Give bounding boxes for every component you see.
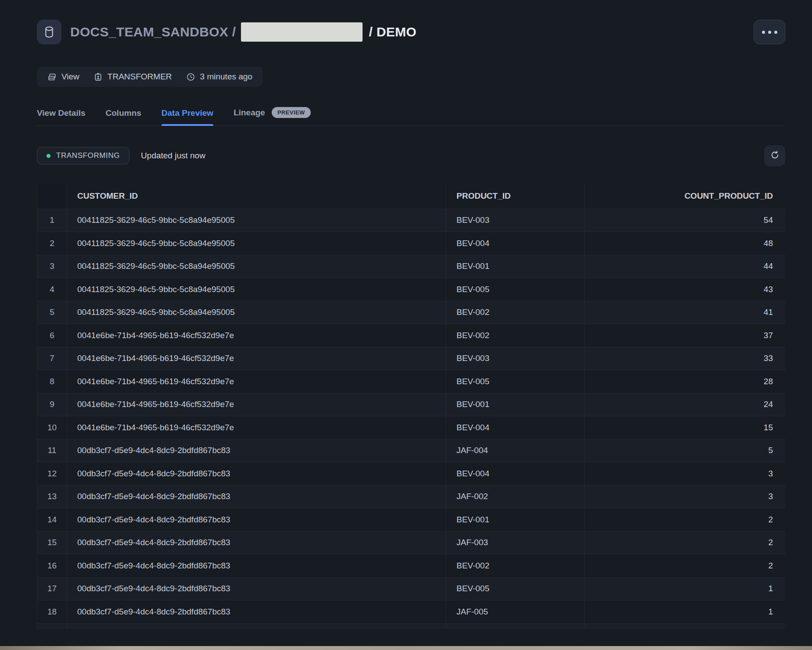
- tab-bar: View Details Columns Data Preview Lineag…: [37, 107, 785, 126]
- meta-row: View TRANSFORMER: [37, 67, 785, 87]
- row-number-cell: 6: [37, 324, 67, 347]
- title-group: DOCS_TEAM_SANDBOX / / DEMO: [37, 20, 417, 44]
- count-cell: 5: [585, 439, 786, 462]
- clock-icon: [186, 72, 195, 82]
- count-cell: 2: [585, 531, 786, 554]
- table-row-partial: 1900db3cf7-d5e9-4dc4-8dc9-2bdfd867bc83JA…: [37, 623, 786, 629]
- updated-text: Updated just now: [141, 151, 205, 161]
- row-number-cell: 5: [37, 301, 67, 324]
- column-header-rownum: [37, 183, 67, 209]
- customer-id-cell: 00db3cf7-d5e9-4dc4-8dc9-2bdfd867bc83: [67, 577, 446, 600]
- status-label: TRANSFORMING: [56, 151, 120, 160]
- row-number-cell: 11: [37, 439, 67, 462]
- count-cell: 2: [585, 554, 786, 578]
- count-cell: 24: [585, 393, 786, 416]
- customer-id-cell: 0041e6be-71b4-4965-b619-46cf532d9e7e: [67, 324, 446, 347]
- database-icon: [37, 20, 61, 44]
- row-number-cell: 14: [37, 508, 67, 532]
- refresh-button[interactable]: [764, 145, 785, 166]
- product-id-cell: BEV-004: [446, 232, 585, 255]
- product-id-cell: JAF-004: [446, 439, 585, 462]
- count-cell: 1: [585, 600, 786, 624]
- product-id-cell: JAF-001: [446, 623, 585, 629]
- customer-id-cell: 0041e6be-71b4-4965-b619-46cf532d9e7e: [67, 347, 446, 370]
- status-row: TRANSFORMING Updated just now: [37, 145, 785, 166]
- product-id-cell: JAF-003: [446, 531, 585, 554]
- product-id-cell: BEV-002: [446, 301, 585, 324]
- table-row: 200411825-3629-46c5-9bbc-5c8a94e95005BEV…: [37, 232, 786, 255]
- count-cell: 54: [585, 209, 786, 232]
- redacted-schema-name: [241, 22, 363, 42]
- customer-id-cell: 0041e6be-71b4-4965-b619-46cf532d9e7e: [67, 393, 446, 416]
- customer-id-cell: 00db3cf7-d5e9-4dc4-8dc9-2bdfd867bc83: [67, 531, 446, 554]
- tab-label: Data Preview: [162, 108, 213, 118]
- tab-data-preview[interactable]: Data Preview: [162, 108, 213, 125]
- tab-columns[interactable]: Columns: [106, 108, 141, 125]
- table-header-row: CUSTOMER_ID PRODUCT_ID COUNT_PRODUCT_ID: [37, 183, 786, 209]
- product-id-cell: BEV-005: [446, 278, 585, 301]
- breadcrumb-database: DOCS_TEAM_SANDBOX /: [70, 25, 236, 39]
- product-id-cell: BEV-001: [446, 255, 585, 278]
- object-type-badge: View: [47, 72, 79, 82]
- row-number-cell: 17: [37, 577, 67, 600]
- row-number-cell: 16: [37, 554, 67, 578]
- tab-view-details[interactable]: View Details: [37, 108, 86, 125]
- data-preview-table-container: CUSTOMER_ID PRODUCT_ID COUNT_PRODUCT_ID …: [37, 183, 785, 629]
- row-number-cell: 12: [37, 462, 67, 486]
- object-type-label: View: [61, 72, 79, 82]
- table-row: 1200db3cf7-d5e9-4dc4-8dc9-2bdfd867bc83BE…: [37, 462, 786, 486]
- count-cell: 48: [585, 232, 786, 255]
- count-cell: 37: [585, 324, 786, 347]
- table-row: 1600db3cf7-d5e9-4dc4-8dc9-2bdfd867bc83BE…: [37, 554, 786, 578]
- table-row: 90041e6be-71b4-4965-b619-46cf532d9e7eBEV…: [37, 393, 786, 416]
- product-id-cell: BEV-004: [446, 462, 585, 486]
- row-number-cell: 2: [37, 232, 67, 255]
- row-number-cell: 8: [37, 370, 67, 393]
- customer-id-cell: 00db3cf7-d5e9-4dc4-8dc9-2bdfd867bc83: [67, 623, 446, 629]
- row-number-cell: 19: [37, 623, 67, 629]
- table-row: 1400db3cf7-d5e9-4dc4-8dc9-2bdfd867bc83BE…: [37, 508, 786, 532]
- table-row: 1700db3cf7-d5e9-4dc4-8dc9-2bdfd867bc83BE…: [37, 577, 786, 600]
- ellipsis-icon: [768, 31, 771, 34]
- table-row: 80041e6be-71b4-4965-b619-46cf532d9e7eBEV…: [37, 370, 786, 393]
- table-row: 1100db3cf7-d5e9-4dc4-8dc9-2bdfd867bc83JA…: [37, 439, 786, 462]
- more-actions-button[interactable]: [754, 20, 785, 44]
- column-header-customer-id: CUSTOMER_ID: [67, 183, 446, 209]
- transforming-status-badge: TRANSFORMING: [37, 147, 129, 164]
- product-id-cell: BEV-003: [446, 209, 585, 232]
- product-id-cell: BEV-002: [446, 554, 585, 578]
- table-row: 100041e6be-71b4-4965-b619-46cf532d9e7eBE…: [37, 416, 786, 439]
- table-row: 1500db3cf7-d5e9-4dc4-8dc9-2bdfd867bc83JA…: [37, 531, 786, 554]
- count-cell: 33: [585, 347, 786, 370]
- product-id-cell: BEV-004: [446, 416, 585, 439]
- table-row: 100411825-3629-46c5-9bbc-5c8a94e95005BEV…: [37, 209, 786, 232]
- count-cell: 44: [585, 255, 786, 278]
- screen-bottom-edge: [0, 646, 812, 650]
- count-cell: 3: [585, 462, 786, 486]
- count-cell: 1: [585, 577, 786, 600]
- row-number-cell: 4: [37, 278, 67, 301]
- product-id-cell: BEV-005: [446, 577, 585, 600]
- page-title: DOCS_TEAM_SANDBOX / / DEMO: [70, 22, 417, 42]
- row-number-cell: 13: [37, 485, 67, 508]
- table-row: 500411825-3629-46c5-9bbc-5c8a94e95005BEV…: [37, 301, 786, 324]
- product-id-cell: BEV-005: [446, 370, 585, 393]
- customer-id-cell: 00411825-3629-46c5-9bbc-5c8a94e95005: [67, 209, 446, 232]
- product-id-cell: JAF-005: [446, 600, 585, 624]
- table-row: 1800db3cf7-d5e9-4dc4-8dc9-2bdfd867bc83JA…: [37, 600, 786, 624]
- table-row: 60041e6be-71b4-4965-b619-46cf532d9e7eBEV…: [37, 324, 786, 347]
- data-preview-page: DOCS_TEAM_SANDBOX / / DEMO View: [0, 20, 812, 629]
- table-row: 300411825-3629-46c5-9bbc-5c8a94e95005BEV…: [37, 255, 786, 278]
- role-label: TRANSFORMER: [108, 72, 172, 82]
- customer-id-cell: 00db3cf7-d5e9-4dc4-8dc9-2bdfd867bc83: [67, 462, 446, 486]
- tab-label: Lineage: [234, 108, 265, 118]
- table-row: 70041e6be-71b4-4965-b619-46cf532d9e7eBEV…: [37, 347, 786, 370]
- customer-id-cell: 00db3cf7-d5e9-4dc4-8dc9-2bdfd867bc83: [67, 554, 446, 578]
- last-updated-badge: 3 minutes ago: [186, 72, 252, 82]
- count-cell: 41: [585, 301, 786, 324]
- product-id-cell: BEV-001: [446, 508, 585, 532]
- customer-id-cell: 00db3cf7-d5e9-4dc4-8dc9-2bdfd867bc83: [67, 485, 446, 508]
- row-number-cell: 1: [37, 209, 67, 232]
- tab-lineage[interactable]: Lineage PREVIEW: [234, 107, 311, 125]
- product-id-cell: JAF-002: [446, 485, 585, 508]
